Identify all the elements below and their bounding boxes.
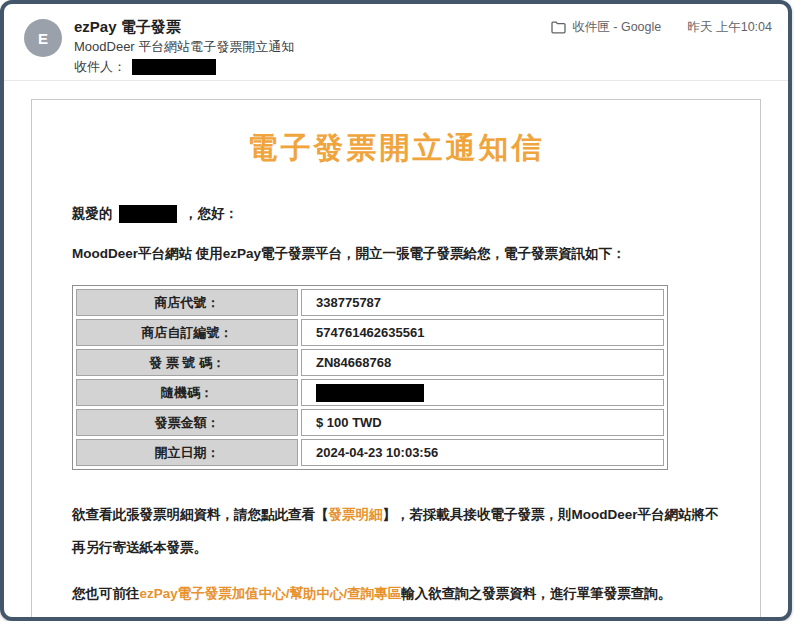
table-label: 發 票 號 碼： (76, 349, 298, 376)
table-row: 發票金額：$ 100 TWD (76, 409, 664, 436)
avatar: E (24, 19, 62, 57)
header-divider (4, 80, 788, 81)
table-row: 商店自訂編號：574761462635561 (76, 319, 664, 346)
table-label: 開立日期： (76, 439, 298, 466)
table-label: 隨機碼： (76, 379, 298, 406)
table-value: 338775787 (301, 289, 664, 316)
table-label: 發票金額： (76, 409, 298, 436)
greeting-suffix: ，您好： (184, 206, 238, 221)
table-row: 商店代號：338775787 (76, 289, 664, 316)
timestamp: 昨天 上午10:04 (687, 19, 772, 36)
header-meta: 收件匣 - Google 昨天 上午10:04 (551, 19, 772, 36)
email-subject: MoodDeer 平台網站電子發票開立通知 (74, 39, 768, 55)
greeting-line: 親愛的 ，您好： (72, 205, 720, 223)
table-value: ZN84668768 (301, 349, 664, 376)
para-detail-before: 欲查看此張發票明細資料，請您點此查看【 (72, 507, 329, 522)
invoice-detail-link[interactable]: 發票明細 (329, 507, 383, 522)
email-body-card: 電子發票開立通知信 親愛的 ，您好： MoodDeer平台網站 使用ezPay電… (31, 99, 761, 621)
folder-label[interactable]: 收件匣 - Google (572, 19, 661, 36)
table-label: 商店代號： (76, 289, 298, 316)
intro-line: MoodDeer平台網站 使用ezPay電子發票平台，開立一張電子發票給您，電子… (72, 245, 720, 263)
recipient-label: 收件人： (74, 58, 126, 75)
table-label: 商店自訂編號： (76, 319, 298, 346)
folder-icon (551, 21, 566, 34)
para-query-after: 輸入欲查詢之發票資料，進行單筆發票查詢。 (401, 586, 671, 601)
recipient-row: 收件人： (74, 58, 768, 75)
table-row: 開立日期：2024-04-23 10:03:56 (76, 439, 664, 466)
table-row: 隨機碼： (76, 379, 664, 406)
table-value: 2024-04-23 10:03:56 (301, 439, 664, 466)
para-invoice-detail: 欲查看此張發票明細資料，請您點此查看【發票明細】，若採載具接收電子發票，則Moo… (72, 498, 720, 564)
query-center-link[interactable]: ezPay電子發票加值中心/幫助中心/查詢專區 (140, 586, 402, 601)
table-value: $ 100 TWD (301, 409, 664, 436)
para-query: 您也可前往ezPay電子發票加值中心/幫助中心/查詢專區輸入欲查詢之發票資料，進… (72, 584, 720, 604)
greeting-prefix: 親愛的 (72, 206, 113, 221)
table-value (301, 379, 664, 406)
redaction-box (316, 384, 424, 402)
para-query-before: 您也可前往 (72, 586, 140, 601)
redaction-box (119, 205, 177, 223)
table-row: 發 票 號 碼：ZN84668768 (76, 349, 664, 376)
email-screenshot-frame: E ezPay 電子發票 MoodDeer 平台網站電子發票開立通知 收件人： … (0, 0, 792, 621)
email-header: E ezPay 電子發票 MoodDeer 平台網站電子發票開立通知 收件人： … (4, 4, 788, 76)
email-title: 電子發票開立通知信 (72, 128, 720, 169)
invoice-table: 商店代號：338775787商店自訂編號：574761462635561發 票 … (72, 285, 668, 470)
table-value: 574761462635561 (301, 319, 664, 346)
redaction-box (132, 59, 216, 75)
